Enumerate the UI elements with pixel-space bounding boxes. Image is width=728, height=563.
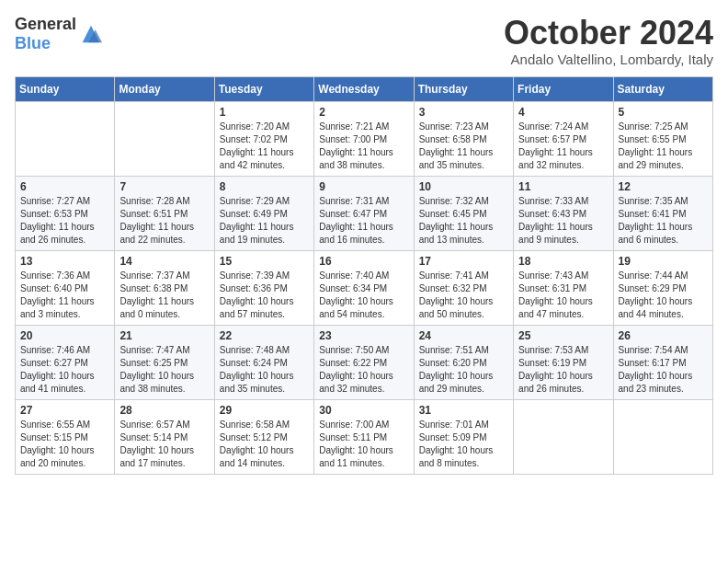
day-info: Sunrise: 7:32 AM Sunset: 6:45 PM Dayligh…: [419, 195, 508, 247]
calendar-cell: 19Sunrise: 7:44 AM Sunset: 6:29 PM Dayli…: [613, 250, 712, 325]
day-info: Sunrise: 7:25 AM Sunset: 6:55 PM Dayligh…: [619, 121, 708, 172]
day-info: Sunrise: 7:21 AM Sunset: 7:00 PM Dayligh…: [319, 121, 408, 172]
day-info: Sunrise: 7:46 AM Sunset: 6:27 PM Dayligh…: [20, 344, 109, 396]
day-number: 26: [619, 329, 708, 342]
day-info: Sunrise: 7:48 AM Sunset: 6:24 PM Dayligh…: [220, 344, 309, 396]
logo-general: General: [15, 15, 76, 33]
day-number: 13: [20, 255, 109, 268]
day-number: 5: [619, 106, 708, 119]
calendar-cell: 26Sunrise: 7:54 AM Sunset: 6:17 PM Dayli…: [613, 325, 712, 399]
day-info: Sunrise: 7:35 AM Sunset: 6:41 PM Dayligh…: [619, 195, 708, 247]
weekday-header-friday: Friday: [514, 76, 613, 101]
day-number: 19: [619, 255, 708, 268]
day-info: Sunrise: 7:36 AM Sunset: 6:40 PM Dayligh…: [20, 270, 109, 321]
day-number: 8: [220, 180, 309, 193]
page-header: General Blue October 2024 Andalo Valtell…: [15, 15, 713, 67]
calendar-cell: 6Sunrise: 7:27 AM Sunset: 6:53 PM Daylig…: [16, 176, 115, 250]
weekday-header-wednesday: Wednesday: [314, 76, 414, 101]
calendar-week-4: 20Sunrise: 7:46 AM Sunset: 6:27 PM Dayli…: [16, 325, 713, 399]
calendar-cell: 22Sunrise: 7:48 AM Sunset: 6:24 PM Dayli…: [214, 325, 313, 399]
day-number: 23: [319, 329, 408, 342]
calendar-cell: 7Sunrise: 7:28 AM Sunset: 6:51 PM Daylig…: [115, 176, 214, 250]
day-number: 17: [419, 255, 508, 268]
day-info: Sunrise: 7:29 AM Sunset: 6:49 PM Dayligh…: [220, 195, 309, 247]
day-number: 12: [619, 180, 708, 193]
logo-icon: [78, 21, 104, 47]
location-title: Andalo Valtellino, Lombardy, Italy: [504, 52, 713, 67]
calendar-cell: 29Sunrise: 6:58 AM Sunset: 5:12 PM Dayli…: [214, 399, 313, 474]
calendar-cell: 8Sunrise: 7:29 AM Sunset: 6:49 PM Daylig…: [214, 176, 313, 250]
day-number: 3: [419, 106, 508, 119]
day-info: Sunrise: 7:47 AM Sunset: 6:25 PM Dayligh…: [119, 344, 209, 396]
logo: General Blue: [15, 15, 104, 53]
day-number: 18: [518, 255, 608, 268]
calendar-cell: 16Sunrise: 7:40 AM Sunset: 6:34 PM Dayli…: [314, 250, 414, 325]
calendar-cell: 5Sunrise: 7:25 AM Sunset: 6:55 PM Daylig…: [613, 101, 712, 176]
weekday-header-thursday: Thursday: [414, 76, 513, 101]
day-info: Sunrise: 7:39 AM Sunset: 6:36 PM Dayligh…: [220, 270, 309, 321]
day-info: Sunrise: 7:23 AM Sunset: 6:58 PM Dayligh…: [419, 121, 508, 172]
weekday-header-tuesday: Tuesday: [214, 76, 313, 101]
calendar-cell: 3Sunrise: 7:23 AM Sunset: 6:58 PM Daylig…: [414, 101, 513, 176]
day-info: Sunrise: 7:24 AM Sunset: 6:57 PM Dayligh…: [518, 121, 608, 172]
day-number: 1: [220, 106, 309, 119]
day-info: Sunrise: 6:55 AM Sunset: 5:15 PM Dayligh…: [20, 419, 109, 470]
day-info: Sunrise: 7:40 AM Sunset: 6:34 PM Dayligh…: [319, 270, 408, 321]
day-info: Sunrise: 7:28 AM Sunset: 6:51 PM Dayligh…: [119, 195, 209, 247]
weekday-header-sunday: Sunday: [16, 76, 115, 101]
calendar-table: SundayMondayTuesdayWednesdayThursdayFrid…: [15, 76, 713, 475]
day-info: Sunrise: 7:53 AM Sunset: 6:19 PM Dayligh…: [518, 344, 608, 396]
calendar-cell: 1Sunrise: 7:20 AM Sunset: 7:02 PM Daylig…: [214, 101, 313, 176]
day-info: Sunrise: 7:37 AM Sunset: 6:38 PM Dayligh…: [119, 270, 209, 321]
calendar-cell: 18Sunrise: 7:43 AM Sunset: 6:31 PM Dayli…: [514, 250, 613, 325]
calendar-cell: 23Sunrise: 7:50 AM Sunset: 6:22 PM Dayli…: [314, 325, 414, 399]
calendar-cell: 17Sunrise: 7:41 AM Sunset: 6:32 PM Dayli…: [414, 250, 513, 325]
calendar-cell: 14Sunrise: 7:37 AM Sunset: 6:38 PM Dayli…: [115, 250, 214, 325]
calendar-cell: 2Sunrise: 7:21 AM Sunset: 7:00 PM Daylig…: [314, 101, 414, 176]
day-number: 31: [419, 404, 508, 417]
calendar-week-5: 27Sunrise: 6:55 AM Sunset: 5:15 PM Dayli…: [16, 399, 713, 474]
day-info: Sunrise: 7:20 AM Sunset: 7:02 PM Dayligh…: [220, 121, 309, 172]
weekday-header-monday: Monday: [115, 76, 214, 101]
day-number: 10: [419, 180, 508, 193]
day-number: 30: [319, 404, 408, 417]
day-number: 9: [319, 180, 408, 193]
day-info: Sunrise: 6:57 AM Sunset: 5:14 PM Dayligh…: [119, 419, 209, 470]
day-number: 7: [119, 180, 209, 193]
calendar-cell: 20Sunrise: 7:46 AM Sunset: 6:27 PM Dayli…: [16, 325, 115, 399]
day-number: 2: [319, 106, 408, 119]
day-info: Sunrise: 6:58 AM Sunset: 5:12 PM Dayligh…: [220, 419, 309, 470]
calendar-cell: 31Sunrise: 7:01 AM Sunset: 5:09 PM Dayli…: [414, 399, 513, 474]
day-number: 15: [220, 255, 309, 268]
calendar-cell: 28Sunrise: 6:57 AM Sunset: 5:14 PM Dayli…: [115, 399, 214, 474]
calendar-cell: 25Sunrise: 7:53 AM Sunset: 6:19 PM Dayli…: [514, 325, 613, 399]
day-info: Sunrise: 7:27 AM Sunset: 6:53 PM Dayligh…: [20, 195, 109, 247]
calendar-cell: 30Sunrise: 7:00 AM Sunset: 5:11 PM Dayli…: [314, 399, 414, 474]
day-info: Sunrise: 7:44 AM Sunset: 6:29 PM Dayligh…: [619, 270, 708, 321]
day-number: 21: [119, 329, 209, 342]
day-number: 16: [319, 255, 408, 268]
logo-blue: Blue: [15, 34, 51, 52]
day-number: 4: [518, 106, 608, 119]
calendar-cell: [613, 399, 712, 474]
day-number: 28: [119, 404, 209, 417]
day-number: 14: [119, 255, 209, 268]
day-number: 27: [20, 404, 109, 417]
title-block: October 2024 Andalo Valtellino, Lombardy…: [504, 15, 713, 67]
day-number: 6: [20, 180, 109, 193]
calendar-cell: 12Sunrise: 7:35 AM Sunset: 6:41 PM Dayli…: [613, 176, 712, 250]
calendar-week-3: 13Sunrise: 7:36 AM Sunset: 6:40 PM Dayli…: [16, 250, 713, 325]
day-number: 11: [518, 180, 608, 193]
calendar-cell: 24Sunrise: 7:51 AM Sunset: 6:20 PM Dayli…: [414, 325, 513, 399]
calendar-cell: 27Sunrise: 6:55 AM Sunset: 5:15 PM Dayli…: [16, 399, 115, 474]
calendar-cell: [16, 101, 115, 176]
day-info: Sunrise: 7:00 AM Sunset: 5:11 PM Dayligh…: [319, 419, 408, 470]
calendar-week-1: 1Sunrise: 7:20 AM Sunset: 7:02 PM Daylig…: [16, 101, 713, 176]
weekday-header-row: SundayMondayTuesdayWednesdayThursdayFrid…: [16, 76, 713, 101]
calendar-cell: 11Sunrise: 7:33 AM Sunset: 6:43 PM Dayli…: [514, 176, 613, 250]
calendar-cell: 21Sunrise: 7:47 AM Sunset: 6:25 PM Dayli…: [115, 325, 214, 399]
day-info: Sunrise: 7:51 AM Sunset: 6:20 PM Dayligh…: [419, 344, 508, 396]
calendar-body: 1Sunrise: 7:20 AM Sunset: 7:02 PM Daylig…: [16, 101, 713, 474]
day-info: Sunrise: 7:54 AM Sunset: 6:17 PM Dayligh…: [619, 344, 708, 396]
calendar-cell: 10Sunrise: 7:32 AM Sunset: 6:45 PM Dayli…: [414, 176, 513, 250]
